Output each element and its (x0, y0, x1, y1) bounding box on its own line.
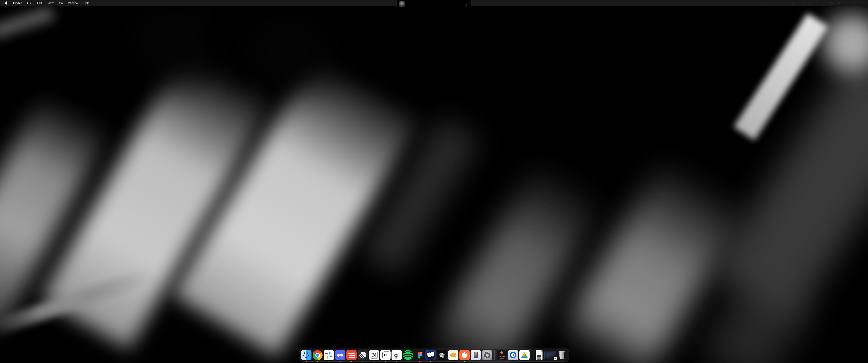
dock-item-slack[interactable] (324, 350, 334, 362)
notion-calendar-icon: 10 (380, 350, 391, 360)
wallpaper-shadow (240, 13, 337, 90)
dock-item-discord[interactable] (335, 350, 345, 362)
running-indicator (430, 361, 431, 362)
dock-item-postman[interactable] (459, 350, 470, 362)
todoist-icon (346, 350, 357, 360)
running-indicator (408, 361, 408, 362)
system-settings-icon (482, 350, 492, 360)
running-indicator (362, 361, 363, 362)
google-drive-icon (519, 350, 530, 360)
discord-icon (335, 350, 345, 360)
document-file-icon (534, 350, 544, 360)
menu-view[interactable]: View (48, 2, 54, 5)
dock-item-todoist[interactable] (346, 350, 357, 362)
running-indicator (419, 361, 420, 362)
running-indicator (385, 361, 386, 362)
notion-glyph: N (372, 352, 376, 358)
dock-item-spotify[interactable] (403, 350, 413, 362)
menu-go[interactable]: Go (59, 2, 63, 5)
wallpaper-band (712, 54, 868, 323)
running-indicator (351, 361, 352, 362)
dock-item-screen-windows[interactable] (426, 350, 436, 362)
postico-icon (448, 350, 458, 360)
dock-item-system-settings[interactable] (482, 350, 492, 362)
menu-list: FinderFileEditViewGoWindowHelp (13, 2, 90, 5)
linear-icon (358, 350, 368, 360)
screen-windows-icon (426, 350, 436, 360)
screenshot-stack-icon: 11 (545, 350, 556, 360)
dock-item-notion[interactable]: N (369, 350, 379, 362)
notion-icon: N (369, 350, 379, 360)
dock: N10graycast11 (299, 349, 569, 362)
dock-item-google-drive[interactable] (519, 350, 530, 362)
trash-icon (557, 350, 567, 360)
dock-item-figma[interactable] (414, 350, 425, 362)
notion-calendar-glyph: 10 (383, 353, 387, 357)
desktop-wallpaper (0, 0, 868, 363)
screenshot-stack-glyph: 11 (554, 357, 557, 360)
granola-icon: g (392, 350, 402, 360)
now-playing-album-art[interactable] (399, 1, 405, 7)
raycast-icon: raycast (497, 350, 507, 360)
running-indicator (340, 361, 341, 362)
running-indicator (317, 361, 318, 362)
raycast-glyph: raycast (499, 356, 504, 358)
running-indicator (396, 361, 397, 362)
running-indicator (329, 361, 329, 362)
audio-visualizer-icon (466, 3, 468, 6)
wallpaper-band (823, 13, 868, 72)
chrome-icon (313, 350, 322, 360)
dock-item-finder[interactable] (301, 350, 311, 362)
postman-icon (459, 350, 470, 360)
dock-item-postico[interactable] (448, 350, 458, 362)
dock-item-screenshot-stack[interactable]: 11 (545, 350, 556, 362)
finder-icon (301, 350, 311, 360)
spotify-icon (403, 350, 413, 360)
dock-item-document-file[interactable] (534, 350, 544, 362)
dock-item-origami[interactable] (437, 350, 447, 362)
slack-icon (324, 350, 334, 360)
dock-item-onepassword[interactable] (508, 350, 518, 362)
running-indicator (306, 361, 307, 362)
figma-icon (414, 350, 425, 360)
origami-icon (437, 350, 447, 360)
dock-item-trash[interactable] (557, 350, 567, 362)
onepassword-icon (508, 350, 518, 360)
dock-item-raycast[interactable]: raycast (497, 350, 507, 362)
menu-finder[interactable]: Finder (13, 2, 22, 5)
dock-divider (494, 350, 495, 360)
menu-edit[interactable]: Edit (37, 2, 42, 5)
apple-bite (7, 3, 8, 4)
dock-item-linear[interactable] (358, 350, 368, 362)
dock-item-granola[interactable]: g (392, 350, 402, 362)
granola-glyph: g (394, 352, 398, 359)
menu-help[interactable]: Help (84, 2, 90, 5)
notch-media-widget[interactable] (397, 0, 471, 8)
iphone-mirroring-icon (471, 350, 481, 360)
apple-menu-icon[interactable] (5, 2, 8, 4)
wallpaper-shadow (127, 0, 224, 84)
menu-window[interactable]: Window (68, 2, 78, 5)
running-indicator (464, 361, 465, 362)
menu-file[interactable]: File (27, 2, 32, 5)
dock-item-notion-calendar[interactable]: 10 (380, 350, 391, 362)
dock-item-chrome[interactable] (312, 350, 323, 362)
running-indicator (374, 361, 375, 362)
dock-item-iphone-mirroring[interactable] (471, 350, 481, 362)
